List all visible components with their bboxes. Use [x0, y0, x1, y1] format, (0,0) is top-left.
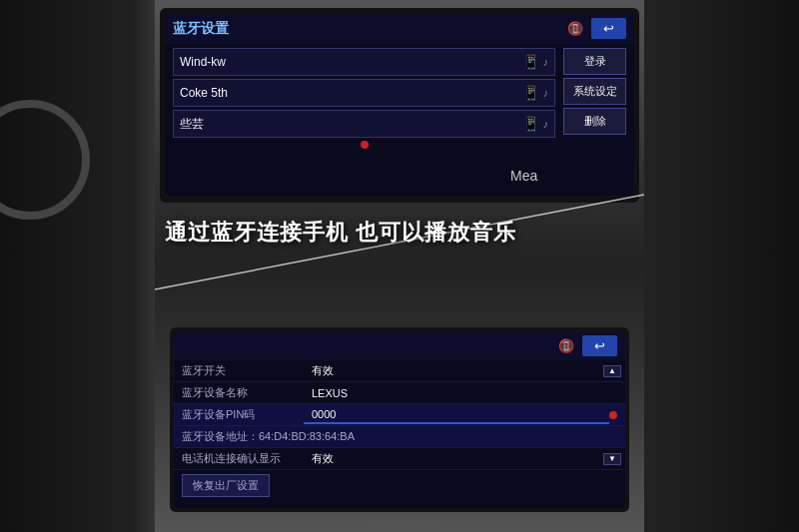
factory-reset-area: 恢复出厂设置	[174, 470, 625, 501]
setting-value-1: LEXUS	[304, 385, 625, 401]
setting-row-0: 蓝牙开关 有效 ▲	[174, 360, 625, 382]
setting-label-1: 蓝牙设备名称	[174, 383, 304, 402]
setting-value-2: 0000	[304, 406, 609, 424]
dashboard-left	[0, 0, 155, 532]
setting-value-4: 有效	[304, 449, 603, 468]
setting-label-4: 电话机连接确认显示	[174, 449, 304, 468]
setting-value-0: 有效	[304, 361, 603, 380]
device-row-2[interactable]: 些芸 📱 ♪	[173, 110, 555, 138]
setting-row-3: 蓝牙设备地址：64:D4:BD:83:64:BA	[174, 426, 625, 448]
phone-icon-0: 📱	[522, 54, 539, 70]
device-name-0: Wind-kw	[180, 55, 522, 69]
bluetooth-icon-bottom: 📵	[558, 338, 574, 353]
setting-label-2: 蓝牙设备PIN码	[174, 405, 304, 424]
arrow-up-0[interactable]: ▲	[603, 365, 621, 377]
music-icon-0: ♪	[543, 56, 549, 68]
music-icon-2: ♪	[543, 118, 549, 130]
settings-list: 蓝牙开关 有效 ▲ 蓝牙设备名称 LEXUS 蓝牙设备PIN码 0000	[174, 360, 625, 470]
device-name-1: Coke 5th	[180, 86, 522, 100]
setting-label-3: 蓝牙设备地址：64:D4:BD:83:64:BA	[174, 427, 363, 446]
bluetooth-settings-title: 蓝牙设置	[173, 20, 229, 38]
status-indicator-top	[361, 141, 369, 149]
setting-row-2: 蓝牙设备PIN码 0000	[174, 404, 625, 426]
bottom-screen-header: 📵 ↩	[174, 331, 625, 360]
bluetooth-icon-top: 📵	[567, 21, 583, 36]
device-list: Wind-kw 📱 ♪ Coke 5th 📱 ♪ 些芸 📱 ♪	[165, 48, 559, 149]
device-row-0[interactable]: Wind-kw 📱 ♪	[173, 48, 555, 76]
login-button[interactable]: 登录	[563, 48, 626, 75]
setting-row-1: 蓝牙设备名称 LEXUS	[174, 382, 625, 404]
arrow-down-4[interactable]: ▼	[603, 453, 621, 465]
overlay-text-area: 通过蓝牙连接手机 也可以播放音乐	[155, 208, 644, 258]
top-screen-header: 蓝牙设置 📵 ↩	[165, 13, 634, 44]
phone-icon-1: 📱	[522, 85, 539, 101]
back-button-bottom[interactable]: ↩	[582, 335, 617, 356]
device-name-2: 些芸	[180, 116, 522, 133]
steering-wheel-hint	[0, 100, 90, 220]
system-settings-button[interactable]: 系统设定	[563, 78, 626, 105]
pin-indicator	[609, 411, 617, 419]
setting-row-4: 电话机连接确认显示 有效 ▼	[174, 448, 625, 470]
mea-label: Mea	[510, 168, 537, 184]
device-row-1[interactable]: Coke 5th 📱 ♪	[173, 79, 555, 107]
factory-reset-button[interactable]: 恢复出厂设置	[182, 474, 270, 497]
setting-label-0: 蓝牙开关	[174, 361, 304, 380]
back-button-top[interactable]: ↩	[591, 18, 626, 39]
phone-icon-2: 📱	[522, 116, 539, 132]
dashboard-right	[644, 0, 799, 532]
music-icon-1: ♪	[543, 87, 549, 99]
delete-button[interactable]: 删除	[563, 108, 626, 135]
main-overlay-text: 通过蓝牙连接手机 也可以播放音乐	[165, 220, 516, 245]
action-buttons: 登录 系统设定 删除	[559, 48, 634, 149]
content-area: 蓝牙设置 📵 ↩ Wind-kw 📱 ♪ Coke 5th	[155, 0, 644, 532]
